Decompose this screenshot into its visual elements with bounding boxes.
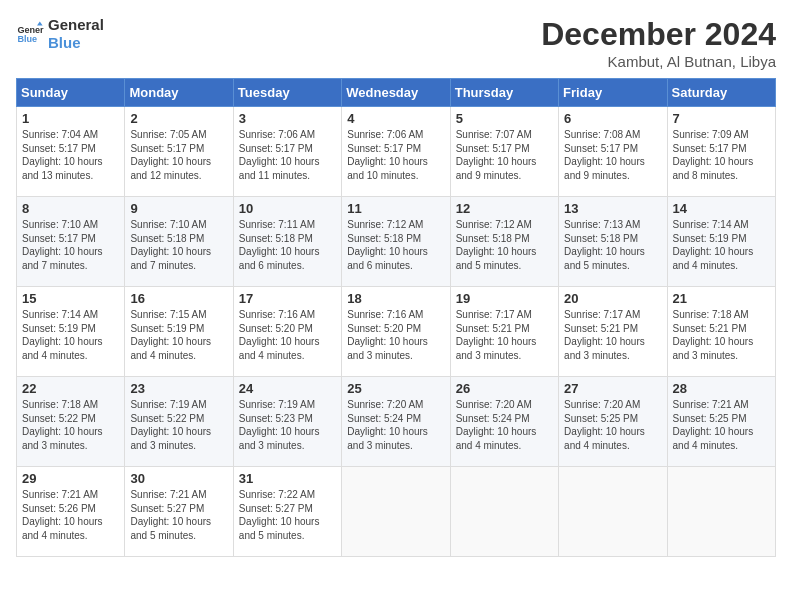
calendar-cell: 17Sunrise: 7:16 AM Sunset: 5:20 PM Dayli… bbox=[233, 287, 341, 377]
day-info: Sunrise: 7:13 AM Sunset: 5:18 PM Dayligh… bbox=[564, 218, 661, 272]
day-number: 20 bbox=[564, 291, 661, 306]
day-number: 26 bbox=[456, 381, 553, 396]
day-number: 24 bbox=[239, 381, 336, 396]
day-number: 21 bbox=[673, 291, 770, 306]
calendar-week-row: 29Sunrise: 7:21 AM Sunset: 5:26 PM Dayli… bbox=[17, 467, 776, 557]
logo-line2: Blue bbox=[48, 34, 104, 52]
calendar-cell: 19Sunrise: 7:17 AM Sunset: 5:21 PM Dayli… bbox=[450, 287, 558, 377]
day-number: 10 bbox=[239, 201, 336, 216]
day-info: Sunrise: 7:21 AM Sunset: 5:25 PM Dayligh… bbox=[673, 398, 770, 452]
calendar-cell bbox=[667, 467, 775, 557]
day-number: 15 bbox=[22, 291, 119, 306]
day-info: Sunrise: 7:07 AM Sunset: 5:17 PM Dayligh… bbox=[456, 128, 553, 182]
day-info: Sunrise: 7:20 AM Sunset: 5:24 PM Dayligh… bbox=[456, 398, 553, 452]
day-number: 14 bbox=[673, 201, 770, 216]
day-number: 2 bbox=[130, 111, 227, 126]
calendar-header-row: SundayMondayTuesdayWednesdayThursdayFrid… bbox=[17, 79, 776, 107]
day-number: 4 bbox=[347, 111, 444, 126]
calendar-cell: 26Sunrise: 7:20 AM Sunset: 5:24 PM Dayli… bbox=[450, 377, 558, 467]
day-number: 19 bbox=[456, 291, 553, 306]
title-block: December 2024 Kambut, Al Butnan, Libya bbox=[541, 16, 776, 70]
calendar-cell: 2Sunrise: 7:05 AM Sunset: 5:17 PM Daylig… bbox=[125, 107, 233, 197]
day-info: Sunrise: 7:12 AM Sunset: 5:18 PM Dayligh… bbox=[456, 218, 553, 272]
day-info: Sunrise: 7:14 AM Sunset: 5:19 PM Dayligh… bbox=[22, 308, 119, 362]
day-number: 11 bbox=[347, 201, 444, 216]
calendar-cell: 13Sunrise: 7:13 AM Sunset: 5:18 PM Dayli… bbox=[559, 197, 667, 287]
day-number: 5 bbox=[456, 111, 553, 126]
day-info: Sunrise: 7:21 AM Sunset: 5:27 PM Dayligh… bbox=[130, 488, 227, 542]
day-number: 7 bbox=[673, 111, 770, 126]
header-friday: Friday bbox=[559, 79, 667, 107]
day-info: Sunrise: 7:20 AM Sunset: 5:25 PM Dayligh… bbox=[564, 398, 661, 452]
calendar-cell: 15Sunrise: 7:14 AM Sunset: 5:19 PM Dayli… bbox=[17, 287, 125, 377]
day-info: Sunrise: 7:06 AM Sunset: 5:17 PM Dayligh… bbox=[239, 128, 336, 182]
day-number: 22 bbox=[22, 381, 119, 396]
calendar-cell: 24Sunrise: 7:19 AM Sunset: 5:23 PM Dayli… bbox=[233, 377, 341, 467]
calendar-week-row: 8Sunrise: 7:10 AM Sunset: 5:17 PM Daylig… bbox=[17, 197, 776, 287]
day-info: Sunrise: 7:10 AM Sunset: 5:17 PM Dayligh… bbox=[22, 218, 119, 272]
calendar-cell: 22Sunrise: 7:18 AM Sunset: 5:22 PM Dayli… bbox=[17, 377, 125, 467]
calendar-cell: 10Sunrise: 7:11 AM Sunset: 5:18 PM Dayli… bbox=[233, 197, 341, 287]
day-info: Sunrise: 7:16 AM Sunset: 5:20 PM Dayligh… bbox=[239, 308, 336, 362]
day-number: 16 bbox=[130, 291, 227, 306]
calendar-week-row: 1Sunrise: 7:04 AM Sunset: 5:17 PM Daylig… bbox=[17, 107, 776, 197]
day-info: Sunrise: 7:04 AM Sunset: 5:17 PM Dayligh… bbox=[22, 128, 119, 182]
calendar-cell: 20Sunrise: 7:17 AM Sunset: 5:21 PM Dayli… bbox=[559, 287, 667, 377]
day-info: Sunrise: 7:05 AM Sunset: 5:17 PM Dayligh… bbox=[130, 128, 227, 182]
svg-marker-2 bbox=[37, 21, 43, 25]
day-info: Sunrise: 7:18 AM Sunset: 5:21 PM Dayligh… bbox=[673, 308, 770, 362]
day-number: 8 bbox=[22, 201, 119, 216]
calendar-cell: 14Sunrise: 7:14 AM Sunset: 5:19 PM Dayli… bbox=[667, 197, 775, 287]
day-info: Sunrise: 7:22 AM Sunset: 5:27 PM Dayligh… bbox=[239, 488, 336, 542]
calendar-cell: 1Sunrise: 7:04 AM Sunset: 5:17 PM Daylig… bbox=[17, 107, 125, 197]
day-number: 27 bbox=[564, 381, 661, 396]
day-info: Sunrise: 7:15 AM Sunset: 5:19 PM Dayligh… bbox=[130, 308, 227, 362]
day-info: Sunrise: 7:20 AM Sunset: 5:24 PM Dayligh… bbox=[347, 398, 444, 452]
logo: General Blue General Blue bbox=[16, 16, 104, 52]
day-info: Sunrise: 7:14 AM Sunset: 5:19 PM Dayligh… bbox=[673, 218, 770, 272]
calendar-cell bbox=[450, 467, 558, 557]
header-sunday: Sunday bbox=[17, 79, 125, 107]
day-info: Sunrise: 7:11 AM Sunset: 5:18 PM Dayligh… bbox=[239, 218, 336, 272]
calendar-week-row: 22Sunrise: 7:18 AM Sunset: 5:22 PM Dayli… bbox=[17, 377, 776, 467]
day-number: 30 bbox=[130, 471, 227, 486]
header-tuesday: Tuesday bbox=[233, 79, 341, 107]
header-monday: Monday bbox=[125, 79, 233, 107]
day-info: Sunrise: 7:06 AM Sunset: 5:17 PM Dayligh… bbox=[347, 128, 444, 182]
calendar-cell: 23Sunrise: 7:19 AM Sunset: 5:22 PM Dayli… bbox=[125, 377, 233, 467]
calendar-cell: 28Sunrise: 7:21 AM Sunset: 5:25 PM Dayli… bbox=[667, 377, 775, 467]
day-info: Sunrise: 7:08 AM Sunset: 5:17 PM Dayligh… bbox=[564, 128, 661, 182]
calendar-cell: 4Sunrise: 7:06 AM Sunset: 5:17 PM Daylig… bbox=[342, 107, 450, 197]
day-number: 3 bbox=[239, 111, 336, 126]
calendar-cell: 9Sunrise: 7:10 AM Sunset: 5:18 PM Daylig… bbox=[125, 197, 233, 287]
calendar-cell: 3Sunrise: 7:06 AM Sunset: 5:17 PM Daylig… bbox=[233, 107, 341, 197]
svg-text:Blue: Blue bbox=[17, 34, 37, 44]
calendar-cell: 16Sunrise: 7:15 AM Sunset: 5:19 PM Dayli… bbox=[125, 287, 233, 377]
calendar-cell: 8Sunrise: 7:10 AM Sunset: 5:17 PM Daylig… bbox=[17, 197, 125, 287]
calendar-cell: 21Sunrise: 7:18 AM Sunset: 5:21 PM Dayli… bbox=[667, 287, 775, 377]
day-number: 1 bbox=[22, 111, 119, 126]
day-info: Sunrise: 7:21 AM Sunset: 5:26 PM Dayligh… bbox=[22, 488, 119, 542]
calendar-cell: 12Sunrise: 7:12 AM Sunset: 5:18 PM Dayli… bbox=[450, 197, 558, 287]
day-number: 12 bbox=[456, 201, 553, 216]
calendar-cell bbox=[342, 467, 450, 557]
calendar-table: SundayMondayTuesdayWednesdayThursdayFrid… bbox=[16, 78, 776, 557]
month-title: December 2024 bbox=[541, 16, 776, 53]
calendar-cell: 31Sunrise: 7:22 AM Sunset: 5:27 PM Dayli… bbox=[233, 467, 341, 557]
day-number: 31 bbox=[239, 471, 336, 486]
header-saturday: Saturday bbox=[667, 79, 775, 107]
day-info: Sunrise: 7:09 AM Sunset: 5:17 PM Dayligh… bbox=[673, 128, 770, 182]
day-number: 18 bbox=[347, 291, 444, 306]
calendar-cell: 5Sunrise: 7:07 AM Sunset: 5:17 PM Daylig… bbox=[450, 107, 558, 197]
location: Kambut, Al Butnan, Libya bbox=[541, 53, 776, 70]
header-thursday: Thursday bbox=[450, 79, 558, 107]
day-number: 28 bbox=[673, 381, 770, 396]
calendar-cell: 6Sunrise: 7:08 AM Sunset: 5:17 PM Daylig… bbox=[559, 107, 667, 197]
day-number: 17 bbox=[239, 291, 336, 306]
calendar-cell: 18Sunrise: 7:16 AM Sunset: 5:20 PM Dayli… bbox=[342, 287, 450, 377]
logo-icon: General Blue bbox=[16, 20, 44, 48]
header-wednesday: Wednesday bbox=[342, 79, 450, 107]
svg-text:General: General bbox=[17, 25, 44, 35]
calendar-cell: 30Sunrise: 7:21 AM Sunset: 5:27 PM Dayli… bbox=[125, 467, 233, 557]
day-info: Sunrise: 7:18 AM Sunset: 5:22 PM Dayligh… bbox=[22, 398, 119, 452]
